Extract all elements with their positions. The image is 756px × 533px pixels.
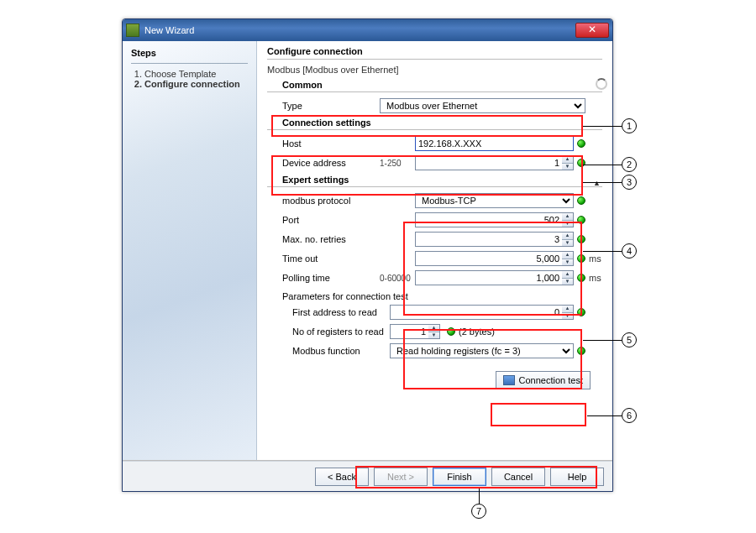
polling-label: Polling time (282, 273, 380, 283)
param-heading: Parameters for connection test (282, 291, 602, 301)
devaddr-spinner[interactable]: ▲▼ (562, 155, 574, 170)
status-led (577, 274, 585, 282)
port-input[interactable] (415, 212, 562, 227)
window-title: New Wizard (144, 25, 575, 35)
polling-unit: ms (589, 273, 602, 283)
devaddr-input[interactable] (415, 155, 562, 170)
firstaddr-spinner[interactable]: ▲▼ (562, 305, 574, 320)
wizard-footer: < Back Next > Finish Cancel Help (123, 461, 612, 491)
func-label: Modbus function (292, 346, 390, 356)
finish-button[interactable]: Finish (433, 468, 486, 486)
status-led (577, 139, 585, 148)
status-led (577, 196, 585, 205)
nregs-spinner[interactable]: ▲▼ (428, 324, 440, 339)
step-item-active: Configure connection (144, 79, 248, 89)
protocol-select[interactable]: Modbus-TCP (415, 193, 574, 208)
timeout-unit: ms (589, 253, 602, 264)
polling-spinner[interactable]: ▲▼ (562, 270, 574, 285)
type-select[interactable]: Modbus over Ethernet (380, 98, 585, 113)
close-button[interactable]: ✕ (575, 23, 609, 38)
status-led (577, 235, 585, 243)
port-spinner[interactable]: ▲▼ (562, 212, 574, 227)
firstaddr-label: First address to read (292, 307, 390, 317)
nregs-label: No of registers to read (292, 327, 390, 337)
page-title: Configure connection (267, 46, 602, 56)
main-panel: Configure connection Modbus [Modbus over… (257, 41, 612, 460)
retries-spinner[interactable]: ▲▼ (562, 232, 574, 247)
func-select[interactable]: Read holding registers (fc = 3) (390, 343, 574, 358)
retries-label: Max. no. retries (282, 234, 380, 244)
type-label: Type (282, 101, 380, 111)
back-button[interactable]: < Back (315, 468, 369, 486)
wizard-window: New Wizard ✕ Steps Choose Template Confi… (122, 18, 613, 492)
status-led (447, 327, 455, 336)
step-item: Choose Template (144, 69, 248, 79)
devaddr-hint: 1-250 (380, 159, 415, 168)
polling-hint: 0-60000 (380, 274, 415, 283)
section-common: Common (282, 80, 602, 90)
loading-icon (596, 78, 607, 90)
port-label: Port (282, 215, 380, 225)
connection-test-icon (503, 375, 515, 385)
cancel-button[interactable]: Cancel (491, 468, 545, 486)
timeout-label: Time out (282, 253, 380, 264)
callout: 7 (471, 489, 486, 519)
steps-heading: Steps (131, 48, 248, 58)
timeout-input[interactable] (415, 251, 562, 266)
collapse-icon[interactable]: ▲ (593, 179, 601, 187)
status-led (577, 254, 585, 263)
retries-input[interactable] (415, 232, 562, 247)
host-label: Host (282, 138, 380, 149)
nregs-input[interactable] (390, 324, 428, 339)
app-icon (126, 24, 139, 37)
devaddr-label: Device address (282, 158, 380, 168)
timeout-spinner[interactable]: ▲▼ (562, 251, 574, 266)
next-button: Next > (374, 468, 428, 486)
nregs-note: (2 bytes) (459, 327, 495, 337)
host-input[interactable] (415, 136, 574, 151)
subtitle: Modbus [Modbus over Ethernet] (267, 65, 602, 75)
titlebar: New Wizard ✕ (123, 19, 612, 41)
help-button[interactable]: Help (550, 468, 604, 486)
status-led (577, 347, 585, 355)
steps-sidebar: Steps Choose Template Configure connecti… (123, 41, 257, 460)
section-expert: Expert settings (282, 175, 602, 185)
protocol-label: modbus protocol (282, 196, 380, 206)
polling-input[interactable] (415, 270, 562, 285)
status-led (577, 308, 585, 316)
section-connection: Connection settings (282, 118, 602, 128)
status-led (577, 216, 585, 224)
connection-test-button[interactable]: Connection test (496, 371, 591, 389)
status-led (577, 159, 585, 167)
firstaddr-input[interactable] (390, 305, 562, 320)
